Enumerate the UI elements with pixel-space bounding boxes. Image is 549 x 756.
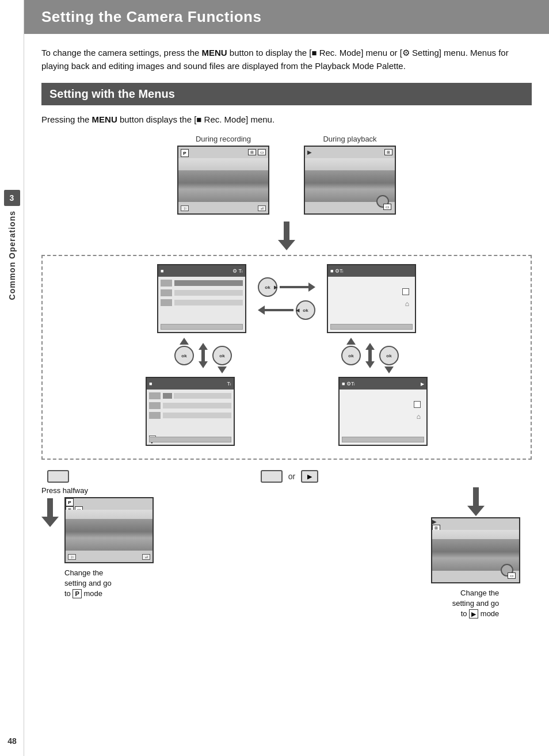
rec-icon-2: ■ xyxy=(196,114,201,124)
battery-icon: ▭ xyxy=(258,149,266,155)
menu-setting-icons: ⚙ Tₗ xyxy=(232,268,243,274)
double-arrow-shaft-right xyxy=(365,343,375,368)
sidebar: 3 Common Operations 48 xyxy=(0,0,24,756)
result-left-icon2: ⏎ xyxy=(142,554,150,560)
menu-btn[interactable] xyxy=(261,470,283,483)
ok-button-left[interactable]: ok ◀ xyxy=(296,300,315,320)
right-updown-group: ok ok xyxy=(341,338,399,373)
grid-icon-2: ⊞ xyxy=(384,149,392,155)
menu-bar-3b xyxy=(163,413,231,418)
cam-bottom-left-icon: ⚐ xyxy=(181,205,189,211)
menu-icon-2b xyxy=(149,402,161,409)
cam-bottom-right-icon: ⏎ xyxy=(258,205,266,211)
down-shaft-left xyxy=(199,361,208,368)
v-shaft-left xyxy=(201,350,205,361)
menu-bar-1 xyxy=(174,280,243,286)
grid-icon: ⊞ xyxy=(248,149,256,155)
right-setting-screen: ■ ⚙Tₗ ⌂ xyxy=(327,264,416,333)
result-right-screen: ▶ ⊞ ▭ xyxy=(431,517,520,583)
page-number: 48 xyxy=(0,736,24,746)
arrow-right-indicator: ▶ xyxy=(421,381,424,387)
menu-bottom-bar xyxy=(161,324,243,330)
left-btn-wrap xyxy=(41,470,251,483)
battery-icon-2: ▭ xyxy=(383,204,391,210)
left-menu-top-2: ■ Tₗ xyxy=(147,378,234,390)
menu-icon-3 xyxy=(161,299,172,306)
ok-up-btn[interactable]: ok xyxy=(174,346,194,365)
ok-up-right-btn[interactable]: ok xyxy=(341,346,361,365)
subtitle: Pressing the MENU button displays the [■… xyxy=(41,114,532,124)
up-arrow-left xyxy=(180,338,189,345)
setting-bottom-bar xyxy=(330,324,413,330)
v-shaft-right xyxy=(368,350,372,361)
result-right-top: ▶ ⊞ xyxy=(432,518,519,531)
cam-top-bar: P ⊞ ▭ xyxy=(181,149,266,157)
intro-paragraph: To change the camera settings, press the… xyxy=(41,47,532,72)
menu-item-1b xyxy=(149,392,231,400)
menu-bar-3 xyxy=(174,300,243,306)
menu-items-2 xyxy=(147,390,234,423)
arrow-down-left-result xyxy=(41,498,59,527)
menu-setting-icons-2: Tₗ xyxy=(227,381,232,387)
right-arrow-screen: ▶ ⊞ ▭ Change thesetting and xyxy=(431,486,520,620)
result-left-icon1: ⚐ xyxy=(68,554,76,560)
playback-screen-wrap: During playback ▶ ⊞ ▭ xyxy=(304,135,396,215)
menu-area: ■ ⚙ Tₗ xyxy=(41,255,532,460)
during-playback-label: During playback xyxy=(304,135,396,143)
menu-icon-3b xyxy=(149,412,161,419)
down-arrow-left xyxy=(218,366,227,373)
menu-icon-2 xyxy=(161,289,172,296)
rec-mode-icon: ■ xyxy=(311,48,317,58)
main-content: Setting the Camera Functions To change t… xyxy=(24,0,549,637)
ok-left-group: ok ◀ xyxy=(258,300,315,320)
up-shaft-right xyxy=(365,343,375,350)
ok-down-right-btn[interactable]: ok xyxy=(379,346,399,365)
menu-keyword-2: MENU xyxy=(92,114,117,124)
recording-screen: P ⊞ ▭ ⚐ ⏎ xyxy=(177,146,269,215)
setting-content-2: ⌂ xyxy=(340,390,426,426)
p-mode-result: P xyxy=(66,498,74,506)
ok-up-group: ok xyxy=(174,338,194,373)
bottom-bar-row: or ▶ xyxy=(41,470,532,483)
chapter-number: 3 xyxy=(4,190,20,206)
menu-play-icon xyxy=(163,393,172,399)
setting-bottom-bar-2 xyxy=(342,437,424,442)
right-result-label: Change thesetting and goto ▶ mode xyxy=(452,588,500,620)
menu-bar-2b xyxy=(163,403,231,408)
mode-text-left: mode xyxy=(82,589,102,598)
or-group: or ▶ xyxy=(261,470,318,483)
menu-item-3 xyxy=(161,299,243,307)
play-btn[interactable]: ▶ xyxy=(301,470,318,483)
diagram: During recording P ⊞ ▭ ⚐ ⏎ xyxy=(41,135,532,620)
ok-up-right-group: ok xyxy=(341,338,361,373)
title-bar: Setting the Camera Functions xyxy=(24,0,549,34)
ok-button-right[interactable]: ok ▶ xyxy=(258,277,277,297)
up-arrow-right xyxy=(346,338,356,345)
playback-screen: ▶ ⊞ ▭ xyxy=(304,146,396,215)
or-text: or xyxy=(288,472,295,481)
ok-down-btn[interactable]: ok xyxy=(212,346,232,365)
during-recording-label: During recording xyxy=(177,135,269,143)
menu-screens-row-2: ■ Tₗ xyxy=(48,377,525,446)
menu-items xyxy=(158,277,245,311)
setting-content: ⌂ xyxy=(328,277,415,314)
menu-item-2 xyxy=(161,289,243,297)
press-halfway-label: Press halfway xyxy=(41,486,88,495)
right-setting-screen-2: ■ ⚙Tₗ ▶ ⌂ xyxy=(338,377,428,446)
menu-keyword-1: MENU xyxy=(202,48,227,58)
left-result-label: Change thesetting and goto P mode xyxy=(64,568,112,600)
result-left-land xyxy=(66,519,152,551)
setting-icon: ⚙ xyxy=(402,48,410,58)
setting-top-bar: ■ ⚙Tₗ xyxy=(328,265,415,277)
result-left-screen: P ⊞ ▭ ⚐ ⏎ xyxy=(64,497,154,563)
left-menu-top: ■ ⚙ Tₗ xyxy=(158,265,245,277)
left-menu-screen: ■ ⚙ Tₗ xyxy=(157,264,246,333)
page-title: Setting the Camera Functions xyxy=(41,8,532,26)
ok-right-group: ok ▶ xyxy=(258,277,315,297)
menu-icon-1b xyxy=(149,392,161,399)
arrow-down-right-result xyxy=(467,487,485,516)
playback-mode-result: ▶ xyxy=(432,518,519,525)
shutter-btn[interactable] xyxy=(47,470,69,483)
menu-icon-1 xyxy=(161,280,172,287)
setting-top-bar-2: ■ ⚙Tₗ ▶ xyxy=(340,378,426,390)
